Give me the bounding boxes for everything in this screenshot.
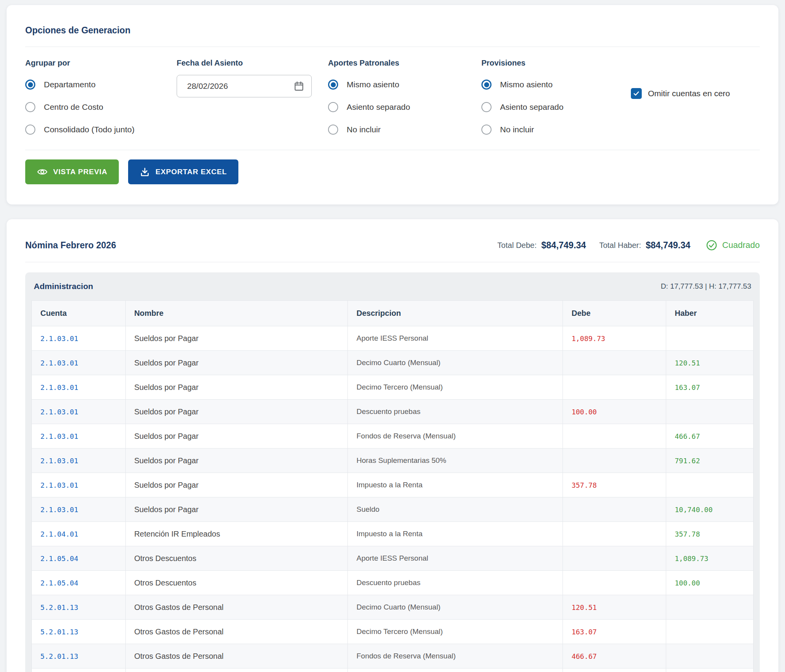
radio-unselected-icon[interactable] — [328, 125, 338, 135]
cell-debe: 100.00 — [563, 400, 666, 424]
radio-option-mismo-asiento[interactable]: Mismo asiento — [481, 73, 631, 96]
table-row: 2.1.03.01Sueldos por PagarFondos de Rese… — [32, 424, 754, 449]
cell-descripcion: Fondos de Reserva (Mensual) — [348, 644, 563, 669]
cell-debe — [563, 449, 666, 473]
journal-header: Nómina Febrero 2026 Total Debe: $84,749.… — [25, 219, 760, 262]
radio-selected-icon[interactable] — [25, 80, 35, 90]
cell-cuenta: 5.2.01.13 — [32, 644, 126, 669]
cell-cuenta: 2.1.03.01 — [32, 473, 126, 497]
eye-icon — [37, 166, 48, 177]
cell-nombre: Otros Descuentos — [125, 546, 348, 571]
section-title: Administracion — [34, 282, 661, 291]
radio-selected-icon[interactable] — [481, 80, 491, 90]
radio-unselected-icon[interactable] — [481, 125, 491, 135]
cell-descripcion: Decimo Cuarto (Mensual) — [348, 351, 563, 375]
col-header-haber: Haber — [666, 301, 754, 326]
journal-title: Nómina Febrero 2026 — [25, 240, 484, 251]
radio-option-label: Consolidado (Todo junto) — [44, 125, 134, 134]
table-row: 5.2.01.13Otros Gastos de PersonalFondos … — [32, 644, 754, 669]
cell-haber — [666, 595, 754, 620]
col-header-descripcion: Descripcion — [348, 301, 563, 326]
radio-unselected-icon[interactable] — [25, 102, 35, 112]
cell-descripcion: Decimo Cuarto (Mensual) — [348, 595, 563, 620]
panel-title: Opciones de Generacion — [25, 5, 760, 36]
radio-option-label: No incluir — [500, 125, 534, 134]
cell-haber — [666, 669, 754, 672]
cell-debe — [563, 522, 666, 546]
radio-option-departamento[interactable]: Departamento — [25, 73, 177, 96]
cell-cuenta: 2.1.05.04 — [32, 571, 126, 595]
cell-descripcion: Aporte IESS Personal — [348, 326, 563, 351]
group-omitir: Omitir cuentas en cero — [631, 59, 760, 141]
group-label: Provisiones — [481, 59, 631, 68]
table-row: 5.2.01.13Otros Gastos de PersonalHoras S… — [32, 669, 754, 672]
cell-nombre: Sueldos por Pagar — [125, 424, 348, 449]
radio-option-mismo-asiento[interactable]: Mismo asiento — [328, 73, 481, 96]
date-value[interactable]: 28/02/2026 — [187, 81, 294, 91]
checkbox-checked-icon[interactable] — [631, 88, 642, 99]
radio-unselected-icon[interactable] — [328, 102, 338, 112]
table-row: 2.1.05.04Otros DescuentosAporte IESS Per… — [32, 546, 754, 571]
cell-nombre: Otros Gastos de Personal — [125, 644, 348, 669]
cell-nombre: Sueldos por Pagar — [125, 449, 348, 473]
cell-descripcion: Horas Suplementarias 50% — [348, 669, 563, 672]
journal-table: Cuenta Nombre Descripcion Debe Haber 2.1… — [31, 300, 754, 672]
radio-unselected-icon[interactable] — [25, 125, 35, 135]
total-haber-label: Total Haber: — [599, 241, 641, 250]
radio-option-no-incluir[interactable]: No incluir — [328, 118, 481, 141]
radio-selected-icon[interactable] — [328, 80, 338, 90]
cell-descripcion: Impuesto a la Renta — [348, 473, 563, 497]
cell-cuenta: 2.1.04.01 — [32, 522, 126, 546]
total-debe-value: $84,749.34 — [541, 240, 586, 251]
omitir-cuentas-checkbox-row[interactable]: Omitir cuentas en cero — [631, 88, 760, 99]
section-header: Administracion D: 17,777.53 | H: 17,777.… — [31, 272, 754, 300]
cell-haber — [666, 620, 754, 644]
cell-cuenta: 2.1.03.01 — [32, 351, 126, 375]
cell-descripcion: Horas Suplementarias 50% — [348, 449, 563, 473]
cell-haber: 1,089.73 — [666, 546, 754, 571]
cell-haber: 466.67 — [666, 424, 754, 449]
table-row: 2.1.03.01Sueldos por PagarSueldo10,740.0… — [32, 497, 754, 522]
cell-haber — [666, 326, 754, 351]
table-row: 5.2.01.13Otros Gastos de PersonalDecimo … — [32, 620, 754, 644]
journal-preview-panel: Nómina Febrero 2026 Total Debe: $84,749.… — [7, 219, 778, 672]
radio-option-consolidado-todo-junto[interactable]: Consolidado (Todo junto) — [25, 118, 177, 141]
group-label: Agrupar por — [25, 59, 177, 68]
exportar-excel-button[interactable]: EXPORTAR EXCEL — [128, 159, 238, 184]
cell-debe: 357.78 — [563, 473, 666, 497]
cell-debe — [563, 351, 666, 375]
cell-descripcion: Descuento pruebas — [348, 400, 563, 424]
radio-option-centro-de-costo[interactable]: Centro de Costo — [25, 96, 177, 118]
col-header-debe: Debe — [563, 301, 666, 326]
status-text: Cuadrado — [722, 240, 760, 250]
cell-cuenta: 2.1.05.04 — [32, 546, 126, 571]
date-input[interactable]: 28/02/2026 — [177, 75, 312, 97]
cell-debe — [563, 546, 666, 571]
cell-debe — [563, 424, 666, 449]
col-header-nombre: Nombre — [125, 301, 348, 326]
calendar-icon[interactable] — [294, 81, 304, 92]
radio-unselected-icon[interactable] — [481, 102, 491, 112]
button-label: VISTA PREVIA — [53, 168, 107, 176]
table-row: 2.1.04.01Retención IR EmpleadosImpuesto … — [32, 522, 754, 546]
cell-nombre: Retención IR Empleados — [125, 522, 348, 546]
radio-option-asiento-separado[interactable]: Asiento separado — [481, 96, 631, 118]
table-row: 2.1.03.01Sueldos por PagarAporte IESS Pe… — [32, 326, 754, 351]
group-label: Aportes Patronales — [328, 59, 481, 68]
checkbox-label: Omitir cuentas en cero — [648, 89, 730, 98]
cell-nombre: Otros Gastos de Personal — [125, 669, 348, 672]
section-totals: D: 17,777.53 | H: 17,777.53 — [661, 282, 751, 291]
cell-cuenta: 2.1.03.01 — [32, 449, 126, 473]
cell-descripcion: Decimo Tercero (Mensual) — [348, 375, 563, 400]
radio-option-asiento-separado[interactable]: Asiento separado — [328, 96, 481, 118]
cell-haber: 791.62 — [666, 449, 754, 473]
cell-cuenta: 2.1.03.01 — [32, 375, 126, 400]
cell-cuenta: 5.2.01.13 — [32, 595, 126, 620]
radio-option-label: Centro de Costo — [44, 102, 103, 112]
cell-nombre: Sueldos por Pagar — [125, 473, 348, 497]
cell-cuenta: 5.2.01.13 — [32, 669, 126, 672]
radio-option-no-incluir[interactable]: No incluir — [481, 118, 631, 141]
total-debe-stat: Total Debe: $84,749.34 — [497, 240, 586, 251]
vista-previa-button[interactable]: VISTA PREVIA — [25, 159, 119, 184]
cell-descripcion: Descuento pruebas — [348, 571, 563, 595]
